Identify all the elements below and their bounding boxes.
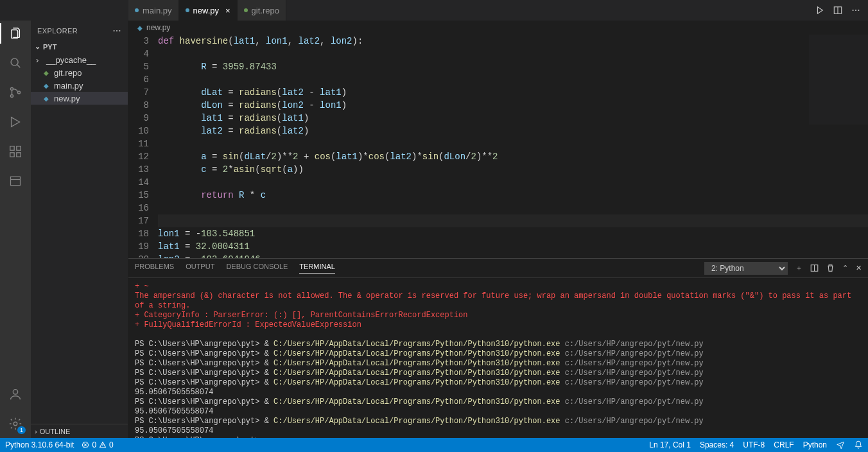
panel-tab-problems[interactable]: PROBLEMS [135,263,174,274]
file-tree: ›__pycache__◆git.repo◆main.py◆new.py [31,52,128,106]
panel: PROBLEMSOUTPUTDEBUG CONSOLETERMINAL 2: P… [128,258,868,438]
minimap[interactable] [809,35,868,125]
svg-point-18 [114,30,115,31]
code-area[interactable]: 34567891011121314151617181920 def havers… [128,35,868,258]
tree-item-__pycache__[interactable]: ›__pycache__ [31,53,128,66]
tab-new-py[interactable]: new.py× [179,0,238,21]
file-icon [135,8,139,12]
status-eol[interactable]: CRLF [774,440,794,449]
settings-badge: 1 [17,426,26,434]
svg-point-17 [13,422,17,426]
panel-tabs: PROBLEMSOUTPUTDEBUG CONSOLETERMINAL 2: P… [128,259,868,278]
tab-label: main.py [143,6,172,15]
chevron-right-icon: › [35,428,37,435]
explorer-icon[interactable] [6,24,24,42]
terminal-selector[interactable]: 2: Python [704,262,788,275]
svg-point-7 [10,87,13,90]
outline-label: OUTLINE [40,428,71,435]
tab-label: git.repo [252,6,279,15]
sidebar-header: EXPLORER [31,21,128,41]
run-icon[interactable] [815,6,824,15]
panel-tab-debug-console[interactable]: DEBUG CONSOLE [226,263,288,274]
split-terminal-icon[interactable] [810,264,819,272]
project-name: PYT [43,43,56,51]
svg-rect-10 [10,146,14,150]
panel-tab-terminal[interactable]: TERMINAL [299,263,335,274]
status-problems[interactable]: 0 0 [82,440,113,449]
line-gutter: 34567891011121314151617181920 [128,35,158,258]
bell-icon[interactable] [854,440,863,449]
svg-point-8 [10,94,13,97]
tab-bar: main.pynew.py×git.repo [0,0,868,21]
svg-point-20 [119,30,120,31]
new-terminal-icon[interactable]: ＋ [795,263,803,273]
breadcrumb[interactable]: ◆ new.py [128,21,868,35]
svg-rect-11 [10,153,14,157]
file-icon [186,8,189,12]
tree-item-new-py[interactable]: ◆new.py [31,92,128,105]
file-icon: ◆ [44,95,50,102]
panel-tab-output[interactable]: OUTPUT [186,263,214,274]
kill-terminal-icon[interactable] [826,264,835,272]
chevron-down-icon: ⌄ [35,42,40,51]
terminal-output[interactable]: + ~The ampersand (&) character is not al… [128,278,868,438]
file-icon: ◆ [44,82,50,89]
outline-section[interactable]: › OUTLINE [31,424,128,438]
code-lines[interactable]: def haversine(lat1, lon1, lat2, lon2): R… [158,35,868,258]
tree-item-git-repo[interactable]: ◆git.repo [31,66,128,79]
project-section[interactable]: ⌄ PYT [31,41,128,52]
status-interpreter[interactable]: Python 3.10.6 64-bit [5,440,74,449]
close-icon[interactable]: × [225,6,230,15]
tree-item-label: new.py [54,94,80,103]
svg-rect-13 [17,146,21,150]
settings-icon[interactable]: 1 [6,415,24,433]
file-icon [244,8,248,12]
tree-item-label: main.py [54,81,83,91]
svg-point-5 [11,58,18,65]
sidebar: EXPLORER ⌄ PYT ›__pycache__◆git.repo◆mai… [31,21,128,438]
tab-git-repo[interactable]: git.repo [238,0,286,21]
panel-close-icon[interactable]: ✕ [856,264,862,272]
status-bar: Python 3.10.6 64-bit 0 0 Ln 17, Col 1 Sp… [0,438,868,452]
status-ln-col[interactable]: Ln 17, Col 1 [649,440,691,449]
tree-item-label: git.repo [54,68,82,78]
svg-rect-12 [17,153,21,157]
run-debug-icon[interactable] [6,113,24,131]
extensions-icon[interactable] [6,143,24,161]
svg-rect-14 [11,177,21,185]
chevron-right-icon: › [36,55,42,65]
svg-point-16 [13,390,17,394]
layout-icon[interactable] [6,172,24,190]
tree-item-label: __pycache__ [46,55,96,65]
svg-point-4 [858,10,859,11]
svg-point-19 [116,30,117,31]
more-icon[interactable] [851,6,860,15]
file-icon: ◆ [44,69,50,76]
tree-item-main-py[interactable]: ◆main.py [31,79,128,92]
breadcrumb-file: new.py [146,23,170,32]
status-spaces[interactable]: Spaces: 4 [700,440,734,449]
source-control-icon[interactable] [6,83,24,101]
svg-point-3 [855,10,856,11]
accounts-icon[interactable] [6,385,24,403]
status-encoding[interactable]: UTF-8 [743,440,765,449]
tab-main-py[interactable]: main.py [128,0,179,21]
split-editor-icon[interactable] [833,6,842,15]
tab-label: new.py [193,6,219,15]
svg-line-6 [17,65,21,68]
editor: ◆ new.py 34567891011121314151617181920 d… [128,21,868,438]
sidebar-title: EXPLORER [37,27,78,35]
status-language[interactable]: Python [803,440,827,449]
sidebar-more-icon[interactable] [112,26,121,35]
file-icon: ◆ [137,24,143,31]
panel-up-icon[interactable]: ⌃ [842,264,848,272]
feedback-icon[interactable] [836,440,845,449]
svg-point-2 [853,10,854,11]
search-icon[interactable] [6,54,24,72]
activity-bar: 1 [0,21,31,438]
